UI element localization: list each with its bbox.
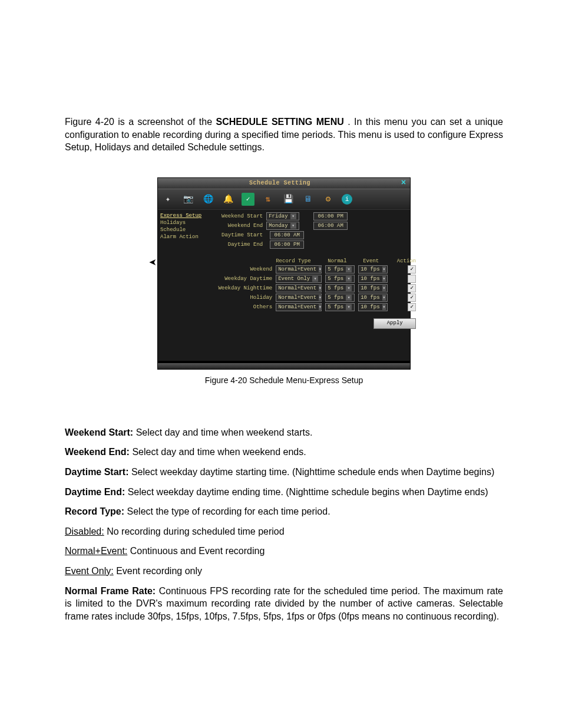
hdr-record-type: Record Type (276, 258, 324, 264)
normal-fps-dropdown[interactable]: 5 fps▾ (325, 275, 355, 283)
display-icon[interactable]: 🖥 (302, 193, 315, 206)
schedule-row: OthersNormal+Event▾5 fps▾10 fps▾✓ (206, 303, 416, 311)
normal-fps-dropdown[interactable]: 5 fps▾ (325, 284, 355, 292)
disk-icon[interactable]: 💾 (282, 193, 295, 206)
intro-before: Figure 4-20 is a screenshot of the (65, 117, 216, 127)
action-checkbox[interactable] (408, 275, 416, 283)
schedule-row-label: Weekend (206, 266, 272, 272)
record-type-dropdown[interactable]: Event Only▾ (276, 275, 322, 283)
network-icon[interactable]: ⇅ (262, 193, 275, 206)
action-checkbox[interactable]: ✓ (408, 294, 416, 302)
schedule-headers: Record Type Normal Event Action (206, 258, 416, 264)
time-field[interactable]: 06:00 AM (270, 231, 304, 239)
event-fps-dropdown[interactable]: 10 fps▾ (358, 303, 388, 311)
intro-paragraph: Figure 4-20 is a screenshot of the SCHED… (65, 116, 503, 154)
intro-bold: SCHEDULE SETTING MENU (216, 117, 344, 127)
record-type-dropdown[interactable]: Normal+Event▾ (276, 294, 322, 302)
schedule-row-label: Weekday Nighttime (206, 285, 272, 291)
action-checkbox[interactable]: ✓ (408, 265, 416, 274)
hdr-normal: Normal (328, 258, 359, 264)
schedule-row: Weekday DaytimeEvent Only▾5 fps▾10 fps▾ (206, 275, 416, 283)
hdr-action: Action (395, 258, 416, 264)
schedule-row: WeekendNormal+Event▾5 fps▾10 fps▾✓ (206, 265, 416, 274)
schedule-row-label: Others (206, 304, 272, 310)
desc-daytime-start: Daytime Start: Select weekday daytime st… (65, 466, 503, 479)
record-type-dropdown[interactable]: Normal+Event▾ (276, 303, 322, 311)
sparkle-icon[interactable]: ✦ (161, 193, 174, 206)
dvr-titlebar: Schedule Setting × (158, 178, 410, 189)
day-dropdown[interactable]: Friday▾ (266, 212, 299, 220)
opt-disabled: Disabled: No recording during scheduled … (65, 525, 503, 538)
normal-fps-dropdown[interactable]: 5 fps▾ (325, 303, 355, 311)
gear-icon[interactable]: ⚙ (322, 193, 335, 206)
time-field[interactable]: 06:00 PM (313, 212, 348, 220)
event-fps-dropdown[interactable]: 10 fps▾ (358, 294, 388, 302)
time-row-label: Daytime Start (206, 232, 263, 238)
dvr-bottom-bar (158, 363, 410, 369)
desc-record-type: Record Type: Select the type of recordin… (65, 505, 503, 518)
time-row: Weekend EndMonday▾06:00 AM (206, 222, 416, 230)
time-row: Weekend StartFriday▾06:00 PM (206, 212, 416, 220)
event-fps-dropdown[interactable]: 10 fps▾ (358, 284, 388, 292)
cursor-icon: ➤ (149, 256, 157, 268)
dvr-toolbar: ✦ 📷 🌐 🔔 ✓ ⇅ 💾 🖥 ⚙ i (158, 189, 410, 210)
dvr-sidebar: Express SetupHolidaysScheduleAlarm Actio… (158, 210, 204, 357)
sidebar-item[interactable]: Alarm Action (160, 233, 201, 241)
event-fps-dropdown[interactable]: 10 fps▾ (358, 265, 388, 274)
sidebar-item[interactable]: Express Setup (160, 212, 201, 219)
opt-normal-event: Normal+Event: Continuous and Event recor… (65, 545, 503, 558)
description-section: Weekend Start: Select day and time when … (65, 426, 503, 623)
globe-icon[interactable]: 🌐 (201, 193, 214, 206)
dvr-title: Schedule Setting (160, 180, 399, 186)
time-row-label: Daytime End (206, 242, 263, 248)
sidebar-item[interactable]: Schedule (160, 226, 201, 233)
time-field[interactable]: 06:00 PM (270, 241, 304, 249)
sidebar-item[interactable]: Holidays (160, 219, 201, 226)
close-icon[interactable]: × (399, 179, 408, 187)
dvr-main: Weekend StartFriday▾06:00 PMWeekend EndM… (204, 210, 419, 357)
desc-weekend-end: Weekend End: Select day and time when we… (65, 446, 503, 459)
schedule-row-label: Weekday Daytime (206, 276, 272, 282)
normal-fps-dropdown[interactable]: 5 fps▾ (325, 265, 355, 274)
desc-normal-frame-rate: Normal Frame Rate: Continuous FPS record… (65, 585, 503, 623)
camera-icon[interactable]: 📷 (181, 193, 194, 206)
record-type-dropdown[interactable]: Normal+Event▾ (276, 284, 322, 292)
day-dropdown[interactable]: Monday▾ (266, 222, 299, 230)
bell-icon[interactable]: 🔔 (222, 193, 234, 206)
info-icon[interactable]: i (342, 194, 352, 205)
time-row: Daytime End06:00 PM (206, 241, 416, 249)
time-field[interactable]: 06:00 AM (313, 222, 348, 230)
action-checkbox[interactable]: ✓ (408, 303, 416, 311)
time-row: Daytime Start06:00 AM (206, 231, 416, 239)
hdr-event: Event (363, 258, 395, 264)
time-row-label: Weekend Start (206, 213, 263, 219)
dvr-window: Schedule Setting × ✦ 📷 🌐 🔔 ✓ ⇅ 💾 🖥 ⚙ i E… (157, 177, 411, 370)
record-type-dropdown[interactable]: Normal+Event▾ (276, 265, 322, 274)
normal-fps-dropdown[interactable]: 5 fps▾ (325, 294, 355, 302)
desc-weekend-start: Weekend Start: Select day and time when … (65, 426, 503, 439)
dvr-body: Express SetupHolidaysScheduleAlarm Actio… (158, 210, 410, 361)
schedule-row-label: Holiday (206, 295, 272, 301)
desc-daytime-end: Daytime End: Select weekday daytime endi… (65, 486, 503, 499)
calendar-icon[interactable]: ✓ (242, 193, 254, 206)
apply-button[interactable]: Apply (373, 318, 416, 329)
opt-event-only: Event Only: Event recording only (65, 565, 503, 578)
schedule-row: Weekday NighttimeNormal+Event▾5 fps▾10 f… (206, 284, 416, 292)
action-checkbox[interactable]: ✓ (408, 284, 416, 292)
schedule-row: HolidayNormal+Event▾5 fps▾10 fps▾✓ (206, 294, 416, 302)
figure-caption: Figure 4-20 Schedule Menu-Express Setup (65, 375, 503, 385)
dvr-screenshot: Schedule Setting × ✦ 📷 🌐 🔔 ✓ ⇅ 💾 🖥 ⚙ i E… (157, 177, 411, 370)
event-fps-dropdown[interactable]: 10 fps▾ (358, 275, 388, 283)
time-row-label: Weekend End (206, 223, 263, 229)
document-page: ➤ Figure 4-20 is a screenshot of the SCH… (0, 0, 562, 728)
